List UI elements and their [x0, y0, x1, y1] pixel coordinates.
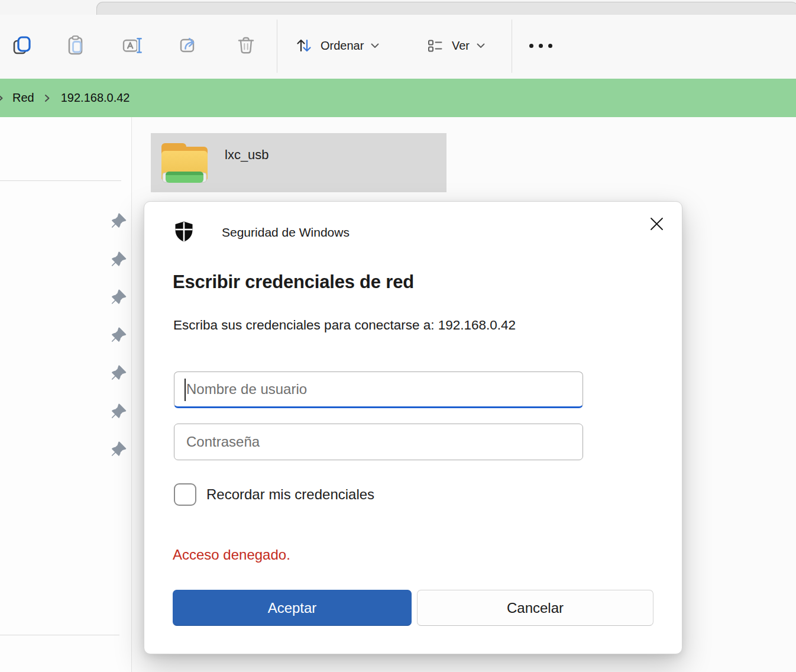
pin-icon [112, 327, 127, 343]
paste-icon [64, 34, 88, 57]
delete-button[interactable] [229, 24, 263, 67]
chevron-down-icon [477, 43, 485, 49]
pin-icon [112, 213, 127, 228]
chevron-down-icon [371, 43, 379, 49]
trash-icon [234, 34, 258, 57]
pinned-item[interactable] [112, 289, 127, 305]
ok-button[interactable]: Aceptar [173, 590, 412, 626]
address-bar[interactable]: Red 192.168.0.42 [0, 79, 796, 117]
sidebar-divider [0, 180, 121, 181]
cancel-button[interactable]: Cancelar [417, 590, 653, 626]
explorer-toolbar: Ordenar Ver [0, 15, 796, 79]
paste-button[interactable] [59, 24, 92, 67]
remember-credentials-label: Recordar mis credenciales [206, 486, 374, 503]
windows-security-shield-icon [174, 221, 194, 244]
dialog-app-title: Seguridad de Windows [222, 225, 350, 240]
folder-name: lxc_usb [225, 147, 269, 163]
folder-icon [158, 138, 211, 188]
navigation-pane [0, 117, 131, 672]
pinned-item[interactable] [112, 213, 127, 228]
breadcrumb-item-host[interactable]: 192.168.0.42 [61, 91, 130, 105]
share-icon [177, 34, 201, 57]
close-icon [650, 217, 664, 231]
breadcrumb-item-red[interactable]: Red [12, 91, 34, 105]
windows-security-dialog: Seguridad de Windows Escribir credencial… [144, 201, 682, 654]
pinned-item[interactable] [112, 365, 127, 380]
dialog-subtitle: Escriba sus credenciales para conectarse… [173, 318, 516, 333]
pinned-item[interactable] [112, 441, 127, 457]
text-caret [185, 379, 186, 401]
remember-credentials-checkbox[interactable] [174, 483, 196, 506]
share-button[interactable] [173, 24, 206, 67]
pin-icon [112, 365, 127, 380]
pinned-item[interactable] [112, 327, 127, 343]
dialog-title: Escribir credenciales de red [173, 272, 414, 293]
toolbar-separator [277, 20, 277, 73]
error-message: Acceso denegado. [173, 547, 290, 563]
more-options-button[interactable] [524, 24, 557, 67]
pin-icon [112, 403, 127, 419]
sort-button[interactable]: Ordenar [295, 24, 379, 67]
pin-icon [112, 441, 127, 457]
sidebar-divider [0, 635, 119, 635]
view-label: Ver [452, 39, 470, 53]
toolbar-separator [512, 20, 512, 73]
rename-button[interactable] [116, 24, 149, 67]
view-button[interactable]: Ver [426, 24, 485, 67]
pinned-item[interactable] [112, 251, 127, 267]
password-input[interactable] [174, 424, 583, 460]
copy-button[interactable] [5, 24, 38, 67]
pin-icon [112, 289, 127, 305]
chevron-right-icon [0, 93, 5, 104]
username-input[interactable] [174, 371, 583, 408]
copy-icon [10, 34, 34, 57]
sort-label: Ordenar [321, 39, 364, 53]
sort-icon [295, 36, 313, 55]
view-icon [426, 36, 445, 55]
pin-icon [112, 251, 127, 267]
folder-item-lxc-usb[interactable]: lxc_usb [151, 133, 446, 192]
close-button[interactable] [645, 212, 668, 235]
tab-strip [0, 0, 796, 15]
rename-icon [121, 34, 144, 57]
chevron-right-icon[interactable] [43, 93, 51, 103]
ellipsis-icon [529, 44, 552, 48]
pinned-item[interactable] [112, 403, 127, 419]
